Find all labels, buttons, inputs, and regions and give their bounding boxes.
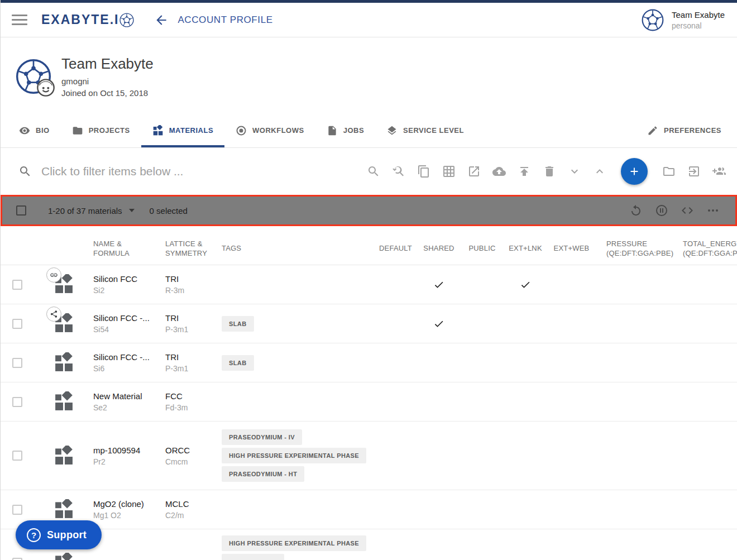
symmetry-group: Fd-3m (165, 403, 188, 412)
back-arrow-icon[interactable] (154, 13, 169, 27)
tab-label: JOBS (343, 126, 364, 135)
lattice-symmetry-cell: TRIP-3m1 (160, 343, 216, 382)
open-in-new-icon[interactable] (467, 165, 481, 178)
grid-icon[interactable] (442, 165, 456, 178)
material-icon (54, 499, 74, 520)
support-button[interactable]: ? Support (16, 520, 102, 549)
row-checkbox-cell (1, 304, 34, 343)
pressure-cell (595, 422, 676, 490)
default-flag-cell (375, 422, 417, 490)
row-checkbox[interactable] (12, 397, 22, 407)
row-checkbox-cell (1, 422, 34, 490)
row-checkbox[interactable] (12, 558, 22, 560)
more-icon[interactable] (706, 204, 720, 217)
row-checkbox[interactable] (12, 451, 22, 461)
tab-workflows[interactable]: WORKFLOWS (224, 116, 315, 147)
table-row[interactable]: Silicon FCCSi2TRIR-3m (1, 265, 737, 304)
tab-label: SERVICE LEVEL (403, 126, 464, 135)
column-label: EXT+LNK (509, 243, 542, 253)
materials-icon (152, 125, 164, 136)
material-icon-wrap (54, 313, 74, 334)
name-formula-cell: Silicon FCC -...Si54 (84, 304, 160, 343)
tags-cell (216, 265, 375, 304)
material-icon-wrap (54, 391, 74, 412)
table-row[interactable]: mp-1009594Pr2ORCCCmcmPRASEODYMIUM - IVHI… (1, 422, 737, 490)
row-checkbox[interactable] (12, 505, 22, 515)
search-again-icon[interactable] (392, 165, 405, 178)
column-label: DEFAULT (379, 243, 412, 253)
chevron-up-icon[interactable] (593, 165, 606, 178)
exit-to-app-icon[interactable] (687, 165, 701, 178)
tags-cell: HIGH PRESSURE EXPERIMENTAL PHASE (216, 529, 375, 560)
ext-web-flag-cell (548, 529, 595, 560)
tab-bio[interactable]: BIO (8, 116, 61, 147)
material-name: MgO2 (clone) (93, 499, 144, 509)
row-icon-cell (34, 382, 84, 421)
ext-web-flag-cell (548, 422, 595, 490)
profile-tabs: BIO PROJECTS MATERIALS WORKFLOWS JOBS SE… (1, 116, 737, 148)
table-row[interactable]: MgO2 (clone)Mg1 O2MCLCC2/m (1, 490, 737, 529)
table-row[interactable]: Silicon FCC -...Si6TRIP-3m1SLAB (1, 343, 737, 382)
lattice-symmetry-cell: ORCCCmcm (160, 422, 216, 490)
account-menu[interactable]: Team Exabyte personal (642, 9, 725, 31)
app-window: EXABYTE.I ACCOUNT PROFILE Team Exabyte p… (0, 0, 737, 560)
topbar: EXABYTE.I ACCOUNT PROFILE Team Exabyte p… (1, 3, 737, 37)
upload-icon[interactable] (518, 165, 531, 178)
column-header: DEFAULT (375, 232, 417, 265)
pressure-cell (595, 529, 676, 560)
select-all-checkbox[interactable] (16, 205, 26, 216)
column-label: TAGS (222, 243, 375, 253)
column-label: PUBLIC (468, 243, 495, 253)
delete-icon[interactable] (543, 165, 556, 178)
total-energy-cell (676, 382, 737, 421)
tab-projects[interactable]: PROJECTS (61, 116, 141, 147)
default-flag-cell (375, 343, 417, 382)
page-title: ACCOUNT PROFILE (178, 15, 272, 26)
cloud-upload-icon[interactable] (492, 165, 506, 178)
row-checkbox[interactable] (12, 280, 22, 290)
restore-icon[interactable] (629, 204, 643, 217)
chevron-down-icon[interactable] (568, 165, 581, 178)
folder-icon (72, 125, 83, 136)
material-formula: Mg1 O2 (93, 511, 121, 520)
tab-preferences[interactable]: PREFERENCES (636, 116, 733, 147)
tab-service-level[interactable]: SERVICE LEVEL (375, 116, 475, 147)
folder-icon[interactable] (662, 165, 676, 178)
lattice-type: FCC (165, 391, 183, 401)
logo[interactable]: EXABYTE.I (41, 12, 134, 27)
filter-input[interactable] (41, 165, 332, 178)
table-row[interactable]: New MaterialSe2FCCFd-3m (1, 382, 737, 422)
copy-icon[interactable] (417, 165, 430, 178)
ext-lnk-flag-cell (503, 382, 548, 421)
shared-flag-cell (417, 422, 461, 490)
table-header: NAME & FORMULALATTICE & SYMMETRYTAGSDEFA… (1, 232, 737, 265)
material-icon-wrap (54, 274, 74, 295)
code-icon[interactable] (681, 204, 694, 217)
row-checkbox-cell (1, 265, 34, 304)
pressure-cell (595, 265, 676, 304)
group-add-icon[interactable] (712, 165, 726, 178)
pause-circle-icon[interactable] (655, 204, 668, 217)
pagination-dropdown[interactable]: 1-20 of 37 materials (48, 206, 135, 216)
tab-jobs[interactable]: JOBS (315, 116, 375, 147)
search-icon[interactable] (367, 165, 380, 178)
table-row[interactable]: HIGH PRESSURE EXPERIMENTAL PHASE (1, 529, 737, 560)
row-checkbox[interactable] (12, 358, 22, 368)
logo-ball-icon (119, 13, 134, 27)
pressure-cell (595, 382, 676, 421)
tab-label: PROJECTS (89, 126, 130, 135)
lattice-type: ORCC (165, 446, 190, 455)
table-row[interactable]: Silicon FCC -...Si54TRIP-3m1SLAB (1, 304, 737, 343)
add-material-fab[interactable] (621, 158, 648, 185)
tab-materials[interactable]: MATERIALS (141, 116, 224, 147)
row-checkbox[interactable] (12, 319, 22, 329)
column-header: EXT+LNK (503, 232, 548, 265)
material-icon (54, 553, 74, 560)
name-formula-cell: Silicon FCC -...Si6 (84, 343, 160, 382)
column-label: PRESSURE (606, 239, 676, 248)
account-text: Team Exabyte personal (672, 10, 725, 30)
menu-icon[interactable] (12, 15, 27, 25)
material-icon-wrap (54, 352, 74, 373)
material-name: Silicon FCC -... (93, 313, 150, 323)
material-name: mp-1009594 (93, 446, 140, 455)
